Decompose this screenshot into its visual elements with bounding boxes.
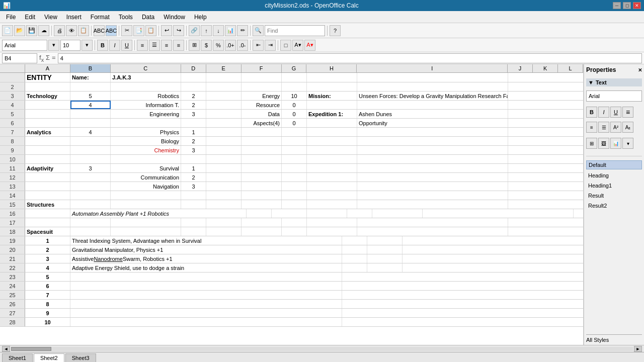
border-button[interactable]: □	[280, 40, 291, 51]
cell-g10[interactable]	[282, 155, 307, 163]
cell-c1[interactable]: J.A.K.3	[111, 73, 181, 82]
cell-h15[interactable]	[307, 200, 357, 209]
cell-e14[interactable]	[206, 191, 242, 200]
cell-i2[interactable]	[357, 82, 508, 91]
cell-a17[interactable]	[25, 218, 70, 227]
cell-d16[interactable]	[247, 209, 272, 218]
cell-c15[interactable]	[111, 200, 181, 209]
cell-h7[interactable]	[307, 128, 357, 136]
cell-g1[interactable]	[282, 73, 307, 82]
cell-c3[interactable]: Robotics	[111, 92, 181, 100]
cell-d11[interactable]: 1	[181, 164, 206, 172]
cell-c11[interactable]: Survival	[111, 164, 181, 172]
cell-e16[interactable]	[272, 209, 307, 218]
cell-a13[interactable]	[25, 182, 70, 191]
cell-a5[interactable]	[25, 110, 70, 118]
cell-b15[interactable]	[70, 200, 111, 209]
sum-icon[interactable]: Σ	[46, 54, 50, 63]
cell-a21[interactable]: 3	[25, 254, 70, 263]
new-button[interactable]: 📄	[2, 25, 13, 36]
cell-c12[interactable]: Communication	[111, 173, 181, 182]
cell-b1[interactable]: Name:	[70, 73, 111, 82]
redo-button[interactable]: ↪	[173, 25, 184, 36]
cell-g5[interactable]: 0	[282, 110, 307, 118]
cell-c6[interactable]	[111, 119, 181, 127]
print-button[interactable]: 🖨	[54, 25, 65, 36]
cell-c2[interactable]	[111, 82, 181, 91]
cell-d6[interactable]	[181, 119, 206, 127]
cell-e18[interactable]	[206, 227, 242, 236]
cell-f6[interactable]: Aspects(4)	[242, 119, 282, 127]
save-remote-button[interactable]: ☁	[38, 25, 49, 36]
cell-a19[interactable]: 1	[25, 236, 70, 245]
restore-button[interactable]: ◻	[623, 2, 631, 9]
cell-d20[interactable]	[342, 245, 367, 254]
all-styles-label[interactable]: All Styles	[586, 334, 642, 343]
cell-e19[interactable]	[367, 236, 403, 245]
cell-f16[interactable]	[307, 209, 347, 218]
cell-d19[interactable]	[342, 236, 367, 245]
chevron-icon-prop[interactable]: ▾	[622, 138, 633, 149]
spell-check-button[interactable]: ABC	[94, 25, 105, 36]
style-default[interactable]: Default	[586, 160, 642, 169]
cell-g18[interactable]	[282, 227, 307, 236]
cell-g15[interactable]	[282, 200, 307, 209]
font-family-dropdown[interactable]: ▾	[48, 40, 59, 51]
cell-h2[interactable]	[307, 82, 357, 91]
menu-window[interactable]: Window	[159, 13, 189, 22]
image-icon-prop[interactable]: 🖼	[598, 138, 609, 149]
font-name-input[interactable]	[586, 90, 642, 102]
cell-g13[interactable]	[282, 182, 307, 191]
cell-a4[interactable]	[25, 101, 70, 109]
cell-c10[interactable]	[111, 155, 181, 163]
export-pdf-button[interactable]: 📋	[78, 25, 89, 36]
cell-i7[interactable]	[357, 128, 508, 136]
cell-d15[interactable]	[181, 200, 206, 209]
cell-b16[interactable]: Automaton Assembly Plant +1 Robotics	[70, 209, 247, 218]
cell-b21[interactable]: Assistive Nanodrome Swarm, Robotics +1	[70, 254, 342, 263]
cell-h16[interactable]	[372, 209, 423, 218]
cell-a11[interactable]: Adaptivity	[25, 164, 70, 172]
sheet-tab-sheet3[interactable]: Sheet3	[65, 353, 96, 363]
cell-h8[interactable]	[307, 137, 357, 145]
font-family-input[interactable]	[2, 40, 47, 51]
cell-h11[interactable]	[307, 164, 357, 172]
align-center-prop-button[interactable]: ☰	[598, 122, 609, 133]
cell-c9[interactable]: Chemistry	[111, 146, 181, 154]
cell-a14[interactable]	[25, 191, 70, 200]
col-header-e[interactable]: E	[206, 64, 242, 72]
cell-d4[interactable]: 2	[181, 101, 206, 109]
cell-i14[interactable]	[357, 191, 508, 200]
cell-e5[interactable]	[206, 110, 242, 118]
cell-d8[interactable]: 2	[181, 137, 206, 145]
cell-e8[interactable]	[206, 137, 242, 145]
auto-spell-button[interactable]: ABC	[106, 25, 117, 36]
cell-e11[interactable]	[206, 164, 242, 172]
cell-f5[interactable]: Data	[242, 110, 282, 118]
cell-b17[interactable]	[70, 218, 111, 227]
cell-c7[interactable]: Physics	[111, 128, 181, 136]
font-size-dropdown[interactable]: ▾	[82, 40, 93, 51]
cell-e4[interactable]	[206, 101, 242, 109]
cell-f17[interactable]	[242, 218, 282, 227]
cell-c13[interactable]: Navigation	[111, 182, 181, 191]
scroll-thumb[interactable]	[11, 347, 51, 351]
cell-i1[interactable]	[357, 73, 508, 82]
cell-i17[interactable]	[357, 218, 508, 227]
menu-file[interactable]: File	[2, 13, 20, 22]
bold-prop-button[interactable]: B	[586, 107, 597, 118]
chart-button[interactable]: 📊	[225, 25, 236, 36]
cell-i18[interactable]	[357, 227, 508, 236]
cell-c14[interactable]	[111, 191, 181, 200]
sort-asc-button[interactable]: ↑	[201, 25, 212, 36]
cell-i8[interactable]	[357, 137, 508, 145]
cell-c17[interactable]	[111, 218, 181, 227]
cell-d7[interactable]: 1	[181, 128, 206, 136]
cell-d10[interactable]	[181, 155, 206, 163]
cell-d13[interactable]: 3	[181, 182, 206, 191]
cell-b27[interactable]	[70, 309, 342, 317]
cell-b11[interactable]: 3	[70, 164, 111, 172]
copy-button[interactable]: 📑	[133, 25, 144, 36]
menu-tools[interactable]: Tools	[115, 13, 137, 22]
cell-b12[interactable]	[70, 173, 111, 182]
